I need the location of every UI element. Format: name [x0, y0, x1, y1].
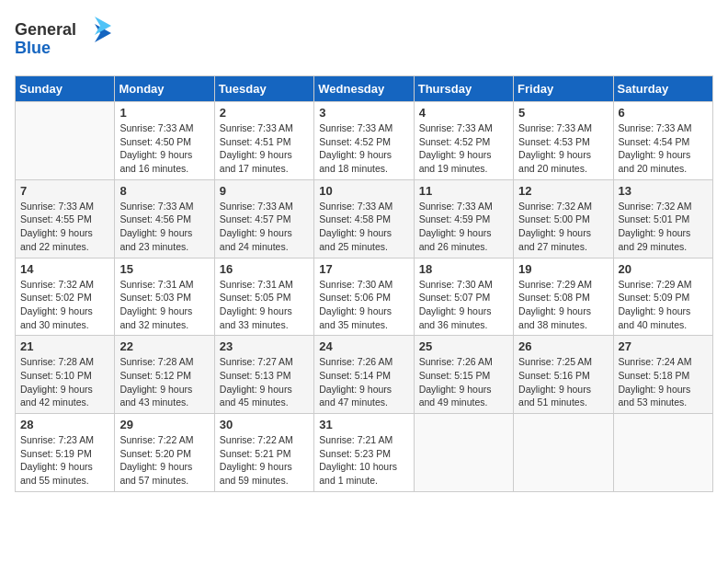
day-number: 7 — [20, 184, 109, 198]
day-info: Sunrise: 7:33 AMSunset: 4:51 PMDaylight:… — [220, 121, 309, 176]
day-info: Sunrise: 7:32 AMSunset: 5:00 PMDaylight:… — [518, 200, 608, 254]
day-number: 5 — [518, 106, 608, 120]
day-number: 24 — [319, 339, 408, 353]
day-number: 21 — [20, 339, 109, 353]
day-info: Sunrise: 7:21 AMSunset: 5:23 PMDaylight:… — [319, 433, 408, 488]
day-info: Sunrise: 7:22 AMSunset: 5:20 PMDaylight:… — [119, 433, 209, 488]
day-header-tuesday: Tuesday — [214, 76, 313, 102]
calendar-cell: 30Sunrise: 7:22 AMSunset: 5:21 PMDayligh… — [214, 414, 313, 492]
day-info: Sunrise: 7:33 AMSunset: 4:59 PMDaylight:… — [419, 200, 508, 254]
day-number: 1 — [119, 106, 209, 120]
calendar-week-5: 28Sunrise: 7:23 AMSunset: 5:19 PMDayligh… — [16, 414, 713, 492]
day-info: Sunrise: 7:27 AMSunset: 5:13 PMDaylight:… — [220, 355, 309, 409]
day-info: Sunrise: 7:28 AMSunset: 5:10 PMDaylight:… — [20, 355, 109, 409]
day-number: 28 — [20, 418, 109, 431]
calendar-cell: 5Sunrise: 7:33 AMSunset: 4:53 PMDaylight… — [514, 102, 613, 180]
logo-text: General Blue — [15, 15, 116, 64]
calendar-cell: 2Sunrise: 7:33 AMSunset: 4:51 PMDaylight… — [214, 102, 313, 180]
calendar-cell: 16Sunrise: 7:31 AMSunset: 5:05 PMDayligh… — [214, 258, 313, 336]
day-info: Sunrise: 7:33 AMSunset: 4:50 PMDaylight:… — [119, 121, 209, 176]
day-number: 30 — [220, 418, 309, 431]
calendar-cell: 22Sunrise: 7:28 AMSunset: 5:12 PMDayligh… — [115, 336, 214, 414]
day-number: 18 — [419, 262, 508, 276]
day-number: 25 — [419, 339, 508, 353]
calendar-cell: 6Sunrise: 7:33 AMSunset: 4:54 PMDaylight… — [613, 102, 712, 180]
calendar-cell: 1Sunrise: 7:33 AMSunset: 4:50 PMDaylight… — [115, 102, 214, 180]
logo: General Blue — [15, 15, 116, 64]
day-info: Sunrise: 7:32 AMSunset: 5:01 PMDaylight:… — [619, 200, 708, 254]
calendar-cell: 8Sunrise: 7:33 AMSunset: 4:56 PMDaylight… — [115, 179, 214, 258]
day-info: Sunrise: 7:24 AMSunset: 5:18 PMDaylight:… — [619, 355, 708, 409]
day-number: 17 — [319, 262, 408, 276]
day-info: Sunrise: 7:33 AMSunset: 4:52 PMDaylight:… — [319, 121, 408, 176]
day-info: Sunrise: 7:29 AMSunset: 5:08 PMDaylight:… — [518, 278, 608, 332]
day-info: Sunrise: 7:28 AMSunset: 5:12 PMDaylight:… — [119, 355, 209, 409]
day-info: Sunrise: 7:33 AMSunset: 4:55 PMDaylight:… — [20, 200, 109, 254]
day-number: 6 — [619, 106, 708, 120]
day-number: 12 — [518, 184, 608, 198]
day-header-wednesday: Wednesday — [314, 76, 414, 102]
calendar-cell: 28Sunrise: 7:23 AMSunset: 5:19 PMDayligh… — [16, 414, 115, 492]
day-info: Sunrise: 7:33 AMSunset: 4:58 PMDaylight:… — [319, 200, 408, 254]
day-header-monday: Monday — [115, 76, 214, 102]
day-number: 2 — [220, 106, 309, 120]
logo-svg: General Blue — [15, 15, 116, 61]
calendar-cell: 4Sunrise: 7:33 AMSunset: 4:52 PMDaylight… — [414, 102, 513, 180]
day-number: 19 — [518, 262, 608, 276]
day-header-sunday: Sunday — [16, 76, 115, 102]
svg-text:General: General — [15, 20, 76, 39]
day-info: Sunrise: 7:30 AMSunset: 5:07 PMDaylight:… — [419, 278, 508, 332]
day-number: 31 — [319, 418, 408, 431]
calendar-cell: 17Sunrise: 7:30 AMSunset: 5:06 PMDayligh… — [314, 258, 414, 336]
calendar-cell: 27Sunrise: 7:24 AMSunset: 5:18 PMDayligh… — [613, 336, 712, 414]
calendar-cell — [613, 414, 712, 492]
calendar-cell — [514, 414, 613, 492]
calendar-cell: 24Sunrise: 7:26 AMSunset: 5:14 PMDayligh… — [314, 336, 414, 414]
calendar-cell: 25Sunrise: 7:26 AMSunset: 5:15 PMDayligh… — [414, 336, 513, 414]
day-number: 27 — [619, 339, 708, 353]
day-info: Sunrise: 7:33 AMSunset: 4:54 PMDaylight:… — [619, 121, 708, 176]
day-info: Sunrise: 7:26 AMSunset: 5:14 PMDaylight:… — [319, 355, 408, 409]
day-info: Sunrise: 7:23 AMSunset: 5:19 PMDaylight:… — [20, 433, 109, 488]
day-info: Sunrise: 7:33 AMSunset: 4:52 PMDaylight:… — [419, 121, 508, 176]
calendar-cell: 19Sunrise: 7:29 AMSunset: 5:08 PMDayligh… — [514, 258, 613, 336]
day-number: 23 — [220, 339, 309, 353]
day-number: 16 — [220, 262, 309, 276]
calendar-cell: 9Sunrise: 7:33 AMSunset: 4:57 PMDaylight… — [214, 179, 313, 258]
day-number: 11 — [419, 184, 508, 198]
day-number: 22 — [119, 339, 209, 353]
day-number: 10 — [319, 184, 408, 198]
day-number: 29 — [119, 418, 209, 431]
day-info: Sunrise: 7:22 AMSunset: 5:21 PMDaylight:… — [220, 433, 309, 488]
day-number: 14 — [20, 262, 109, 276]
calendar-cell: 20Sunrise: 7:29 AMSunset: 5:09 PMDayligh… — [613, 258, 712, 336]
calendar-cell: 12Sunrise: 7:32 AMSunset: 5:00 PMDayligh… — [514, 179, 613, 258]
svg-text:Blue: Blue — [15, 39, 51, 57]
calendar-cell: 11Sunrise: 7:33 AMSunset: 4:59 PMDayligh… — [414, 179, 513, 258]
day-info: Sunrise: 7:31 AMSunset: 5:03 PMDaylight:… — [119, 278, 209, 332]
calendar-cell: 29Sunrise: 7:22 AMSunset: 5:20 PMDayligh… — [115, 414, 214, 492]
calendar-cell — [16, 102, 115, 180]
day-number: 8 — [119, 184, 209, 198]
calendar-cell: 18Sunrise: 7:30 AMSunset: 5:07 PMDayligh… — [414, 258, 513, 336]
day-number: 9 — [220, 184, 309, 198]
day-number: 15 — [119, 262, 209, 276]
day-info: Sunrise: 7:29 AMSunset: 5:09 PMDaylight:… — [619, 278, 708, 332]
calendar-cell: 15Sunrise: 7:31 AMSunset: 5:03 PMDayligh… — [115, 258, 214, 336]
day-info: Sunrise: 7:33 AMSunset: 4:53 PMDaylight:… — [518, 121, 608, 176]
day-number: 26 — [518, 339, 608, 353]
day-info: Sunrise: 7:30 AMSunset: 5:06 PMDaylight:… — [319, 278, 408, 332]
calendar-cell: 23Sunrise: 7:27 AMSunset: 5:13 PMDayligh… — [214, 336, 313, 414]
calendar-week-4: 21Sunrise: 7:28 AMSunset: 5:10 PMDayligh… — [16, 336, 713, 414]
page-header: General Blue — [15, 15, 713, 64]
calendar-header-row: SundayMondayTuesdayWednesdayThursdayFrid… — [16, 76, 713, 102]
calendar-cell: 13Sunrise: 7:32 AMSunset: 5:01 PMDayligh… — [613, 179, 712, 258]
day-info: Sunrise: 7:31 AMSunset: 5:05 PMDaylight:… — [220, 278, 309, 332]
calendar-week-2: 7Sunrise: 7:33 AMSunset: 4:55 PMDaylight… — [16, 179, 713, 258]
calendar-cell: 3Sunrise: 7:33 AMSunset: 4:52 PMDaylight… — [314, 102, 414, 180]
day-number: 3 — [319, 106, 408, 120]
calendar-cell: 21Sunrise: 7:28 AMSunset: 5:10 PMDayligh… — [16, 336, 115, 414]
day-info: Sunrise: 7:32 AMSunset: 5:02 PMDaylight:… — [20, 278, 109, 332]
day-number: 13 — [619, 184, 708, 198]
day-number: 20 — [619, 262, 708, 276]
